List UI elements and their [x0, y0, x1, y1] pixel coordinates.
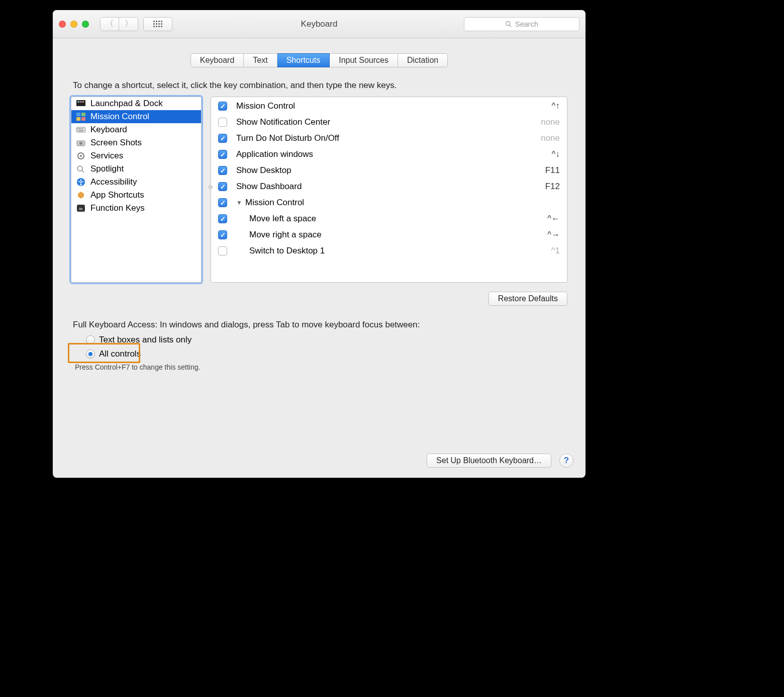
forward-button[interactable]: 〉 [119, 17, 138, 31]
tab-input-sources[interactable]: Input Sources [330, 53, 398, 67]
shortcut-key[interactable]: none [541, 133, 560, 143]
shortcut-group-label: Mission Control [245, 198, 560, 208]
category-launchpad-dock[interactable]: Launchpad & Dock [71, 97, 201, 110]
column-resize-handle[interactable] [209, 185, 213, 189]
shortcut-group-row[interactable]: ▼ Mission Control [211, 195, 567, 211]
titlebar: 〈 〉 Keyboard Search [53, 10, 585, 38]
shortcut-key[interactable]: ^← [547, 214, 560, 224]
preferences-window: 〈 〉 Keyboard Search Keyboard Text Shortc… [53, 10, 585, 478]
setup-bluetooth-keyboard-button[interactable]: Set Up Bluetooth Keyboard… [427, 454, 551, 468]
category-list[interactable]: Launchpad & Dock Mission Control Keyboar… [71, 97, 202, 283]
shortcut-checkbox[interactable] [218, 134, 227, 143]
category-keyboard[interactable]: Keyboard [71, 123, 201, 136]
shortcut-label: Application windows [236, 149, 552, 159]
shortcut-row[interactable]: Move left a space ^← [211, 211, 567, 227]
shortcut-checkbox[interactable] [218, 214, 227, 223]
window-title: Keyboard [301, 19, 338, 29]
shortcut-row[interactable]: Turn Do Not Disturb On/Off none [211, 130, 567, 146]
shortcut-row[interactable]: Show Dashboard F12 [211, 179, 567, 195]
fka-radio-group: Text boxes and lists only All controls [73, 333, 567, 361]
tab-dictation[interactable]: Dictation [398, 53, 448, 67]
accessibility-icon [75, 177, 86, 187]
shortcut-checkbox[interactable] [218, 102, 227, 111]
keyboard-icon [75, 125, 86, 135]
shortcut-checkbox[interactable] [218, 198, 227, 207]
shortcut-row[interactable]: Show Notification Center none [211, 114, 567, 130]
shortcut-checkbox[interactable] [218, 150, 227, 159]
shortcut-checkbox[interactable] [218, 246, 227, 255]
shortcut-row[interactable]: Move right a space ^→ [211, 227, 567, 243]
svg-rect-4 [80, 101, 82, 103]
svg-point-20 [77, 166, 82, 171]
shortcut-key[interactable]: ^→ [547, 230, 560, 240]
shortcut-row[interactable]: Switch to Desktop 1 ^1 [211, 243, 567, 259]
shortcut-key[interactable]: ^↑ [552, 101, 560, 111]
category-label: App Shortcuts [90, 190, 144, 200]
svg-point-17 [79, 142, 82, 145]
help-button[interactable]: ? [559, 454, 573, 468]
app-shortcuts-icon [75, 190, 86, 200]
shortcut-key[interactable]: ^↓ [552, 149, 560, 159]
shortcut-label: Move right a space [236, 230, 547, 240]
gear-icon [75, 151, 86, 161]
shortcut-key[interactable]: ^1 [551, 246, 560, 256]
category-services[interactable]: Services [71, 149, 201, 162]
disclosure-triangle-icon[interactable]: ▼ [236, 199, 243, 206]
category-accessibility[interactable]: Accessibility [71, 176, 201, 189]
shortcut-key[interactable]: none [541, 117, 560, 127]
shortcut-checkbox[interactable] [218, 118, 227, 127]
shortcut-checkbox[interactable] [218, 166, 227, 175]
svg-rect-3 [77, 101, 79, 103]
shortcut-checkbox[interactable] [218, 230, 227, 239]
shortcut-key[interactable]: F11 [545, 165, 560, 176]
fka-hint: Press Control+F7 to change this setting. [73, 363, 567, 371]
category-function-keys[interactable]: fn Function Keys [71, 202, 201, 215]
show-all-button[interactable] [143, 17, 172, 31]
shortcut-label: Turn Do Not Disturb On/Off [236, 133, 541, 143]
svg-rect-13 [80, 128, 81, 129]
shortcut-row[interactable]: Application windows ^↓ [211, 146, 567, 162]
category-spotlight[interactable]: Spotlight [71, 162, 201, 176]
svg-rect-15 [78, 130, 83, 131]
category-mission-control[interactable]: Mission Control [71, 110, 201, 123]
category-screen-shots[interactable]: Screen Shots [71, 136, 201, 149]
radio-label: Text boxes and lists only [99, 335, 191, 345]
shortcut-list[interactable]: Mission Control ^↑ Show Notification Cen… [211, 97, 567, 283]
radio-button[interactable] [86, 335, 95, 344]
restore-row: Restore Defaults [71, 292, 567, 306]
fka-option-all-controls[interactable]: All controls [86, 347, 567, 361]
zoom-button[interactable] [82, 21, 89, 28]
shortcut-label: Switch to Desktop 1 [236, 246, 551, 256]
back-button[interactable]: 〈 [100, 17, 119, 31]
search-input[interactable]: Search [464, 17, 579, 31]
svg-point-19 [80, 155, 82, 157]
svg-rect-10 [76, 127, 85, 132]
category-label: Launchpad & Dock [90, 99, 163, 109]
radio-button[interactable] [86, 350, 95, 359]
category-label: Accessibility [90, 177, 137, 187]
svg-rect-12 [79, 128, 80, 129]
tab-keyboard[interactable]: Keyboard [190, 53, 244, 67]
shortcut-label: Show Desktop [236, 165, 545, 176]
svg-rect-11 [77, 128, 78, 129]
spotlight-icon [75, 164, 86, 174]
category-label: Spotlight [90, 164, 124, 174]
category-app-shortcuts[interactable]: App Shortcuts [71, 189, 201, 202]
svg-rect-5 [82, 101, 84, 103]
svg-line-21 [82, 170, 84, 172]
fka-option-text-boxes[interactable]: Text boxes and lists only [86, 333, 567, 347]
shortcut-checkbox[interactable] [218, 182, 227, 191]
tab-text[interactable]: Text [244, 53, 277, 67]
shortcut-key[interactable]: F12 [545, 182, 560, 192]
chevron-left-icon: 〈 [106, 19, 114, 29]
fka-label: Full Keyboard Access: In windows and dia… [73, 320, 567, 330]
close-button[interactable] [59, 21, 66, 28]
svg-point-0 [506, 21, 510, 25]
shortcut-row[interactable]: Mission Control ^↑ [211, 98, 567, 114]
tab-shortcuts[interactable]: Shortcuts [277, 53, 330, 67]
shortcut-row[interactable]: Show Desktop F11 [211, 162, 567, 179]
grid-icon [153, 21, 162, 27]
svg-rect-2 [76, 100, 85, 106]
restore-defaults-button[interactable]: Restore Defaults [488, 292, 567, 306]
minimize-button[interactable] [70, 21, 77, 28]
